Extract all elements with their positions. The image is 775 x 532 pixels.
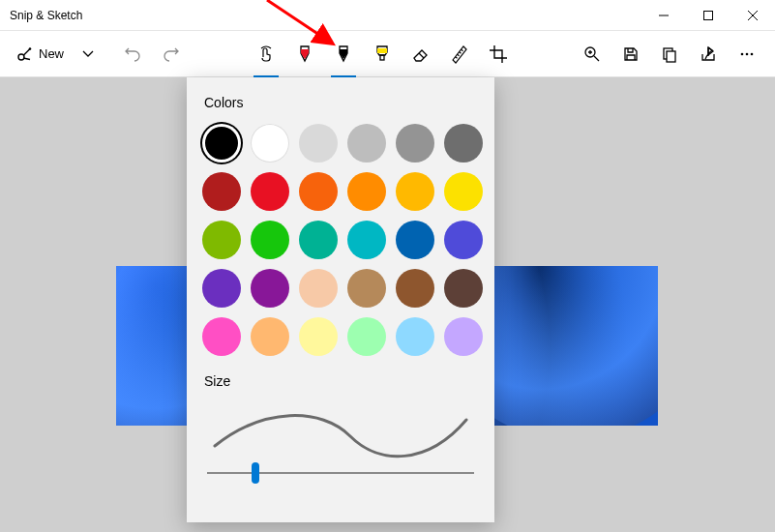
svg-rect-0 xyxy=(704,11,713,19)
color-swatch-black[interactable] xyxy=(202,124,241,163)
color-swatch-gray-3[interactable] xyxy=(444,124,483,163)
color-swatch-gray-2[interactable] xyxy=(396,124,434,163)
colors-heading: Colors xyxy=(204,95,479,110)
share-button[interactable] xyxy=(690,36,727,73)
svg-point-2 xyxy=(29,47,32,50)
color-swatch-red[interactable] xyxy=(251,172,289,211)
new-snip-label: New xyxy=(39,46,64,61)
pen-settings-popup: Colors Size xyxy=(187,77,494,522)
color-swatch-cyan[interactable] xyxy=(347,221,386,259)
toolbar: New xyxy=(0,31,775,77)
minimize-button[interactable] xyxy=(641,0,686,31)
copy-icon xyxy=(661,45,678,63)
color-swatch-yellow[interactable] xyxy=(444,172,483,211)
share-icon xyxy=(700,45,717,63)
new-snip-dropdown[interactable] xyxy=(74,37,103,72)
color-swatch-tan[interactable] xyxy=(347,269,386,308)
color-swatch-dark-red[interactable] xyxy=(202,172,241,211)
chevron-down-icon xyxy=(82,48,94,60)
color-swatch-dark-brown[interactable] xyxy=(444,269,483,308)
color-swatch-orange[interactable] xyxy=(299,172,338,211)
save-icon xyxy=(622,45,640,63)
svg-point-9 xyxy=(746,52,749,55)
redo-icon xyxy=(163,45,180,63)
color-swatch-amber[interactable] xyxy=(347,172,386,211)
pen-black-icon xyxy=(335,44,352,64)
save-button[interactable] xyxy=(612,36,649,73)
size-heading: Size xyxy=(204,373,479,389)
color-swatch-indigo[interactable] xyxy=(444,221,483,259)
color-swatch-blue[interactable] xyxy=(396,221,434,259)
color-swatch-pink[interactable] xyxy=(202,317,241,356)
eraser-button[interactable] xyxy=(402,36,439,73)
close-button[interactable] xyxy=(730,0,775,31)
color-swatch-light-yellow[interactable] xyxy=(299,317,338,356)
color-swatch-peach[interactable] xyxy=(299,269,338,308)
new-snip-icon xyxy=(15,45,33,63)
svg-point-8 xyxy=(741,52,744,55)
color-swatch-silver[interactable] xyxy=(299,124,338,163)
color-swatch-light-orange[interactable] xyxy=(251,317,289,356)
undo-icon xyxy=(124,45,141,63)
pen-size-slider[interactable] xyxy=(207,472,474,474)
pen-red-icon xyxy=(296,44,313,64)
color-swatch-gold[interactable] xyxy=(396,172,434,211)
title-bar: Snip & Sketch xyxy=(0,0,775,31)
crop-button[interactable] xyxy=(480,36,517,73)
touch-writing-icon xyxy=(256,44,276,64)
color-swatch-violet[interactable] xyxy=(202,269,241,308)
color-swatch-teal[interactable] xyxy=(299,221,338,259)
ruler-icon xyxy=(450,44,469,64)
svg-rect-3 xyxy=(377,48,387,53)
highlighter-button[interactable] xyxy=(364,36,401,73)
ballpoint-pen-button[interactable] xyxy=(286,36,323,73)
color-swatch-gray-1[interactable] xyxy=(347,124,386,163)
svg-rect-4 xyxy=(380,55,384,60)
highlighter-icon xyxy=(373,44,391,64)
color-swatch-purple[interactable] xyxy=(251,269,289,308)
copy-button[interactable] xyxy=(651,36,688,73)
eraser-icon xyxy=(411,44,431,64)
zoom-button[interactable] xyxy=(574,36,611,73)
touch-writing-button[interactable] xyxy=(248,36,284,73)
color-swatch-white[interactable] xyxy=(251,124,289,163)
new-snip-button[interactable]: New xyxy=(10,37,72,72)
window-title: Snip & Sketch xyxy=(10,9,641,22)
crop-icon xyxy=(489,44,508,64)
color-swatch-brown[interactable] xyxy=(396,269,434,308)
color-swatch-grid xyxy=(202,124,479,356)
redo-button[interactable] xyxy=(153,36,190,73)
color-swatch-light-blue[interactable] xyxy=(396,317,434,356)
color-swatch-light-green[interactable] xyxy=(347,317,386,356)
color-swatch-lime[interactable] xyxy=(202,221,241,259)
svg-rect-7 xyxy=(667,51,675,62)
undo-button[interactable] xyxy=(114,36,151,73)
zoom-icon xyxy=(583,45,601,63)
color-swatch-lavender[interactable] xyxy=(444,317,483,356)
color-swatch-green[interactable] xyxy=(251,221,289,259)
svg-point-1 xyxy=(18,54,24,60)
maximize-button[interactable] xyxy=(686,0,730,31)
ruler-button[interactable] xyxy=(441,36,478,73)
more-button[interactable] xyxy=(729,36,765,73)
svg-point-10 xyxy=(751,52,754,55)
pencil-button[interactable] xyxy=(325,36,362,73)
stroke-preview xyxy=(205,402,476,460)
more-icon xyxy=(738,45,756,63)
